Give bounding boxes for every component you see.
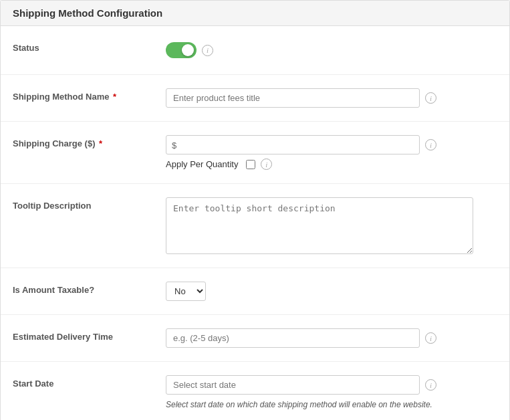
shipping-charge-row: Shipping Charge ($) * $ i Apply Per Quan… <box>1 122 509 184</box>
shipping-charge-input-row: $ i <box>166 135 497 154</box>
start-date-label: Start Date <box>1 374 158 394</box>
taxable-select[interactable]: No Yes <box>166 282 206 301</box>
start-date-field: i Select start date on which date shippi… <box>158 374 509 411</box>
tooltip-label: Tooltip Description <box>1 196 158 216</box>
delivery-time-row: Estimated Delivery Time i <box>1 315 509 362</box>
apply-per-quantity-checkbox[interactable] <box>246 160 255 169</box>
apply-per-quantity-label: Apply Per Quantity <box>166 159 238 169</box>
shipping-method-name-input[interactable] <box>166 88 420 108</box>
taxable-row: Is Amount Taxable? No Yes <box>1 268 509 315</box>
delivery-time-input-row: i <box>166 328 497 348</box>
panel-title: Shipping Method Configuration <box>1 1 509 26</box>
status-row: Status i <box>1 26 509 75</box>
shipping-charge-input[interactable] <box>166 135 420 154</box>
toggle-slider <box>166 42 197 58</box>
status-help-icon[interactable]: i <box>202 45 213 56</box>
dollar-input-wrap: $ <box>166 135 420 154</box>
start-date-hint: Select start date on which date shipping… <box>166 400 497 409</box>
apply-per-quantity-row: Apply Per Quantity i <box>166 159 497 170</box>
delivery-time-label: Estimated Delivery Time <box>1 327 158 347</box>
shipping-charge-required: * <box>97 138 103 148</box>
tooltip-field <box>158 196 509 255</box>
start-date-help-icon[interactable]: i <box>425 379 436 391</box>
taxable-select-row: No Yes <box>166 282 497 301</box>
shipping-method-name-help-icon[interactable]: i <box>425 92 436 104</box>
delivery-time-help-icon[interactable]: i <box>425 332 436 344</box>
dollar-sign: $ <box>172 140 176 150</box>
shipping-charge-label: Shipping Charge ($) * <box>1 134 158 154</box>
shipping-method-name-input-row: i <box>166 88 497 108</box>
start-date-input-row: i <box>166 375 497 395</box>
delivery-time-field: i <box>158 327 509 349</box>
taxable-label: Is Amount Taxable? <box>1 280 158 300</box>
taxable-field: No Yes <box>158 280 509 302</box>
shipping-charge-help-icon[interactable]: i <box>425 139 436 150</box>
tooltip-row: Tooltip Description <box>1 184 509 268</box>
tooltip-textarea[interactable] <box>166 197 473 254</box>
delivery-time-input[interactable] <box>166 328 420 348</box>
start-date-row: Start Date i Select start date on which … <box>1 362 509 420</box>
status-toggle-wrap: i <box>166 39 497 61</box>
start-date-input[interactable] <box>166 375 420 395</box>
status-toggle[interactable] <box>166 42 197 58</box>
status-label: Status <box>1 38 158 58</box>
shipping-charge-field: $ i Apply Per Quantity i <box>158 134 509 171</box>
shipping-method-name-field: i <box>158 87 509 109</box>
shipping-method-name-row: Shipping Method Name * i <box>1 75 509 122</box>
apply-per-quantity-help-icon[interactable]: i <box>261 159 272 170</box>
shipping-method-panel: Shipping Method Configuration Status i S… <box>0 0 510 420</box>
required-asterisk: * <box>110 92 116 102</box>
shipping-method-name-label: Shipping Method Name * <box>1 87 158 107</box>
status-field: i <box>158 38 509 62</box>
